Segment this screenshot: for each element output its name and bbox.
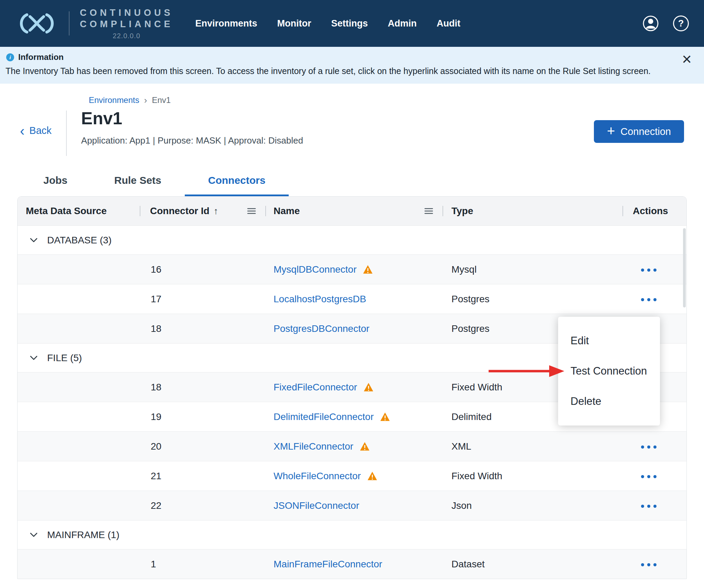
main-nav: Environments Monitor Settings Admin Audi… <box>195 18 461 29</box>
add-connection-label: Connection <box>620 126 671 137</box>
row-actions-button[interactable] <box>639 501 659 512</box>
group-label: MAINFRAME (1) <box>47 529 119 540</box>
group-label: FILE (5) <box>47 353 82 364</box>
group-label: DATABASE (3) <box>47 235 111 246</box>
connector-id-cell: 17 <box>140 294 265 305</box>
row-actions-button[interactable] <box>639 441 659 453</box>
page-title: Env1 <box>81 108 303 128</box>
connector-name-link[interactable]: XMLFileConnector <box>274 441 353 452</box>
version-label: 22.0.0.0 <box>80 32 173 40</box>
table-row: 1 MainFrameFileConnector Dataset <box>18 549 686 579</box>
row-actions-button[interactable] <box>639 559 659 570</box>
table-row: 16 MysqlDBConnector Mysql <box>18 254 686 284</box>
close-icon[interactable]: × <box>682 51 692 67</box>
table-row: 22 JSONFileConnector Json <box>18 491 686 520</box>
app-window: CONTINUOUS COMPLIANCE 22.0.0.0 Environme… <box>0 0 704 588</box>
table-row: 20 XMLFileConnector XML <box>18 431 686 461</box>
brand-divider <box>69 11 70 35</box>
page-header: ‹ Back Env1 Application: App1 | Purpose:… <box>0 105 704 156</box>
chevron-down-icon <box>30 533 38 537</box>
connector-type-cell: Json <box>442 500 622 511</box>
back-button[interactable]: ‹ Back <box>20 125 52 136</box>
header-name[interactable]: Name <box>265 197 442 225</box>
menu-item-edit[interactable]: Edit <box>558 326 660 356</box>
banner-message: The Inventory Tab has been removed from … <box>3 66 673 76</box>
connector-type-cell: XML <box>442 441 622 452</box>
connector-name-link[interactable]: JSONFileConnector <box>274 500 359 511</box>
connector-id-cell: 20 <box>140 441 265 452</box>
header-actions: Actions <box>622 197 686 225</box>
nav-item-monitor[interactable]: Monitor <box>277 18 311 29</box>
connector-id-cell: 18 <box>140 323 265 334</box>
sort-ascending-icon[interactable]: ↑ <box>214 206 218 217</box>
chevron-right-icon: › <box>144 96 147 105</box>
header-type: Type <box>442 197 622 225</box>
nav-item-admin[interactable]: Admin <box>388 18 417 29</box>
menu-item-test-connection[interactable]: Test Connection <box>558 356 660 386</box>
header-connector-id[interactable]: Connector Id ↑ <box>140 197 265 225</box>
warning-icon <box>363 265 373 274</box>
connector-name-link[interactable]: DelimitedFileConnector <box>274 411 374 422</box>
connector-type-cell: Dataset <box>442 559 622 570</box>
nav-item-environments[interactable]: Environments <box>195 18 257 29</box>
tab-connectors[interactable]: Connectors <box>185 175 289 196</box>
table-row: 21 WholeFileConnector Fixed Width <box>18 461 686 491</box>
nav-icons: ? <box>642 15 689 32</box>
table-header-row: Meta Data Source Connector Id ↑ Name <box>18 197 686 225</box>
plus-icon: + <box>607 124 615 138</box>
connector-type-cell: Fixed Width <box>442 471 622 482</box>
row-actions-button[interactable] <box>639 471 659 482</box>
tab-jobs[interactable]: Jobs <box>20 175 91 196</box>
brand: CONTINUOUS COMPLIANCE 22.0.0.0 <box>15 7 173 40</box>
title-block: Env1 Application: App1 | Purpose: MASK |… <box>81 107 303 156</box>
back-label: Back <box>29 125 51 136</box>
connector-name-link[interactable]: MysqlDBConnector <box>274 264 356 275</box>
chevron-left-icon: ‹ <box>20 125 24 136</box>
connector-id-cell: 16 <box>140 264 265 275</box>
info-icon: i <box>6 53 14 61</box>
info-banner: i Information The Inventory Tab has been… <box>0 47 704 84</box>
connector-type-cell: Postgres <box>442 294 622 305</box>
connector-name-link[interactable]: WholeFileConnector <box>274 471 361 482</box>
group-row[interactable]: DATABASE (3) <box>18 225 686 254</box>
header-meta-data-source: Meta Data Source <box>18 197 140 225</box>
tab-rule-sets[interactable]: Rule Sets <box>91 175 185 196</box>
connector-name-link[interactable]: PostgresDBConnector <box>274 323 370 334</box>
scrollbar-thumb[interactable] <box>683 228 686 307</box>
brand-text: CONTINUOUS COMPLIANCE 22.0.0.0 <box>80 7 173 40</box>
menu-item-delete[interactable]: Delete <box>558 386 660 417</box>
connector-name-link[interactable]: FixedFileConnector <box>274 382 357 393</box>
warning-icon <box>380 412 390 421</box>
warning-icon <box>363 382 374 392</box>
breadcrumb-current: Env1 <box>152 95 171 105</box>
breadcrumb: Environments › Env1 <box>89 95 704 105</box>
connector-id-cell: 1 <box>140 559 265 570</box>
connector-id-cell: 21 <box>140 471 265 482</box>
connector-id-cell: 22 <box>140 500 265 511</box>
top-nav: CONTINUOUS COMPLIANCE 22.0.0.0 Environme… <box>0 0 704 47</box>
banner-title: Information <box>18 52 64 62</box>
page-subtitle: Application: App1 | Purpose: MASK | Appr… <box>81 135 303 146</box>
connector-type-cell: Mysql <box>442 264 622 275</box>
connector-name-link[interactable]: LocalhostPostgresDB <box>274 294 366 305</box>
row-actions-button[interactable] <box>639 294 659 305</box>
vertical-divider <box>66 111 67 156</box>
column-menu-icon[interactable] <box>424 207 434 215</box>
column-menu-icon[interactable] <box>247 207 256 215</box>
row-actions-button[interactable] <box>639 264 659 276</box>
add-connection-button[interactable]: + Connection <box>594 120 684 143</box>
help-icon[interactable]: ? <box>673 15 689 31</box>
breadcrumb-environments-link[interactable]: Environments <box>89 95 139 105</box>
tab-bar: Jobs Rule Sets Connectors <box>0 175 704 196</box>
warning-icon <box>367 471 377 481</box>
table-row: 17 LocalhostPostgresDB Postgres <box>18 284 686 314</box>
chevron-down-icon <box>30 238 38 242</box>
nav-item-settings[interactable]: Settings <box>331 18 368 29</box>
annotation-arrow <box>481 360 567 382</box>
connector-name-link[interactable]: MainFrameFileConnector <box>274 559 382 570</box>
user-avatar-icon[interactable] <box>642 15 659 32</box>
nav-item-audit[interactable]: Audit <box>437 18 460 29</box>
group-row[interactable]: MAINFRAME (1) <box>18 520 686 549</box>
connector-id-cell: 18 <box>140 382 265 393</box>
delphix-logo-icon[interactable] <box>15 12 58 35</box>
